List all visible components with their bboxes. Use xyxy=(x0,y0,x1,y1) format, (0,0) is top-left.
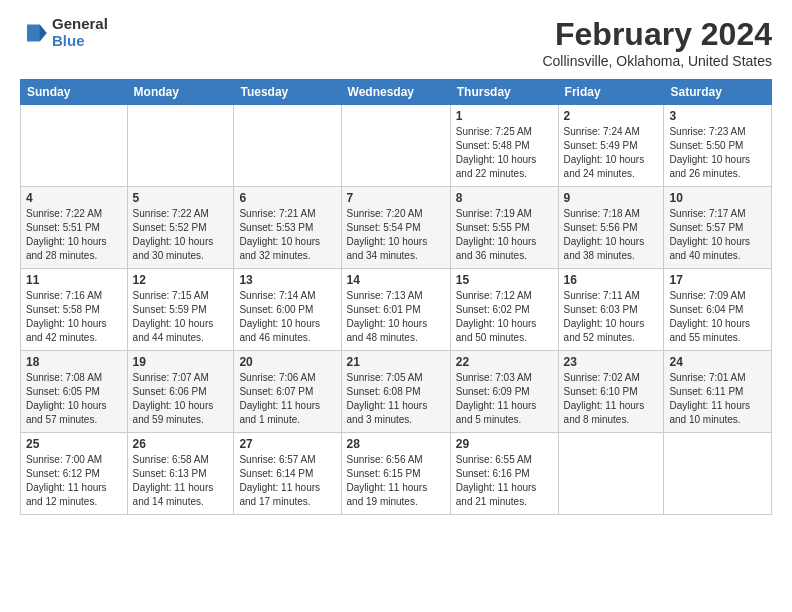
day-of-week-monday: Monday xyxy=(127,80,234,105)
calendar-cell: 14Sunrise: 7:13 AM Sunset: 6:01 PM Dayli… xyxy=(341,269,450,351)
calendar-cell: 3Sunrise: 7:23 AM Sunset: 5:50 PM Daylig… xyxy=(664,105,772,187)
calendar-cell: 2Sunrise: 7:24 AM Sunset: 5:49 PM Daylig… xyxy=(558,105,664,187)
calendar-cell: 28Sunrise: 6:56 AM Sunset: 6:15 PM Dayli… xyxy=(341,433,450,515)
day-number: 24 xyxy=(669,355,766,369)
day-info: Sunrise: 7:14 AM Sunset: 6:00 PM Dayligh… xyxy=(239,289,335,345)
day-number: 5 xyxy=(133,191,229,205)
day-number: 29 xyxy=(456,437,553,451)
day-number: 8 xyxy=(456,191,553,205)
days-of-week-row: SundayMondayTuesdayWednesdayThursdayFrid… xyxy=(21,80,772,105)
day-info: Sunrise: 7:12 AM Sunset: 6:02 PM Dayligh… xyxy=(456,289,553,345)
day-number: 7 xyxy=(347,191,445,205)
header: General Blue February 2024 Collinsville,… xyxy=(20,16,772,69)
calendar-cell xyxy=(341,105,450,187)
logo-icon xyxy=(20,19,48,47)
calendar-week-3: 18Sunrise: 7:08 AM Sunset: 6:05 PM Dayli… xyxy=(21,351,772,433)
calendar-cell xyxy=(234,105,341,187)
logo-text: General Blue xyxy=(52,16,108,49)
day-info: Sunrise: 7:23 AM Sunset: 5:50 PM Dayligh… xyxy=(669,125,766,181)
day-number: 27 xyxy=(239,437,335,451)
day-number: 9 xyxy=(564,191,659,205)
main-title: February 2024 xyxy=(542,16,772,53)
day-number: 19 xyxy=(133,355,229,369)
day-info: Sunrise: 7:22 AM Sunset: 5:52 PM Dayligh… xyxy=(133,207,229,263)
calendar-cell: 25Sunrise: 7:00 AM Sunset: 6:12 PM Dayli… xyxy=(21,433,128,515)
day-info: Sunrise: 7:18 AM Sunset: 5:56 PM Dayligh… xyxy=(564,207,659,263)
day-info: Sunrise: 7:07 AM Sunset: 6:06 PM Dayligh… xyxy=(133,371,229,427)
day-number: 21 xyxy=(347,355,445,369)
day-info: Sunrise: 7:17 AM Sunset: 5:57 PM Dayligh… xyxy=(669,207,766,263)
day-number: 20 xyxy=(239,355,335,369)
calendar-week-4: 25Sunrise: 7:00 AM Sunset: 6:12 PM Dayli… xyxy=(21,433,772,515)
day-number: 25 xyxy=(26,437,122,451)
calendar-cell: 1Sunrise: 7:25 AM Sunset: 5:48 PM Daylig… xyxy=(450,105,558,187)
calendar-cell xyxy=(664,433,772,515)
calendar-week-2: 11Sunrise: 7:16 AM Sunset: 5:58 PM Dayli… xyxy=(21,269,772,351)
calendar-cell: 9Sunrise: 7:18 AM Sunset: 5:56 PM Daylig… xyxy=(558,187,664,269)
calendar-header: SundayMondayTuesdayWednesdayThursdayFrid… xyxy=(21,80,772,105)
calendar-cell: 26Sunrise: 6:58 AM Sunset: 6:13 PM Dayli… xyxy=(127,433,234,515)
calendar-cell: 15Sunrise: 7:12 AM Sunset: 6:02 PM Dayli… xyxy=(450,269,558,351)
calendar-cell: 27Sunrise: 6:57 AM Sunset: 6:14 PM Dayli… xyxy=(234,433,341,515)
day-info: Sunrise: 7:20 AM Sunset: 5:54 PM Dayligh… xyxy=(347,207,445,263)
day-of-week-sunday: Sunday xyxy=(21,80,128,105)
day-info: Sunrise: 7:01 AM Sunset: 6:11 PM Dayligh… xyxy=(669,371,766,427)
day-info: Sunrise: 7:09 AM Sunset: 6:04 PM Dayligh… xyxy=(669,289,766,345)
calendar-cell: 12Sunrise: 7:15 AM Sunset: 5:59 PM Dayli… xyxy=(127,269,234,351)
day-of-week-tuesday: Tuesday xyxy=(234,80,341,105)
day-of-week-thursday: Thursday xyxy=(450,80,558,105)
page: General Blue February 2024 Collinsville,… xyxy=(0,0,792,612)
day-of-week-saturday: Saturday xyxy=(664,80,772,105)
day-info: Sunrise: 7:11 AM Sunset: 6:03 PM Dayligh… xyxy=(564,289,659,345)
day-info: Sunrise: 7:02 AM Sunset: 6:10 PM Dayligh… xyxy=(564,371,659,427)
calendar-cell xyxy=(21,105,128,187)
day-number: 15 xyxy=(456,273,553,287)
logo-general: General xyxy=(52,16,108,33)
day-number: 2 xyxy=(564,109,659,123)
day-number: 4 xyxy=(26,191,122,205)
calendar-cell: 18Sunrise: 7:08 AM Sunset: 6:05 PM Dayli… xyxy=(21,351,128,433)
day-number: 1 xyxy=(456,109,553,123)
day-info: Sunrise: 7:06 AM Sunset: 6:07 PM Dayligh… xyxy=(239,371,335,427)
day-number: 18 xyxy=(26,355,122,369)
calendar-cell: 21Sunrise: 7:05 AM Sunset: 6:08 PM Dayli… xyxy=(341,351,450,433)
day-info: Sunrise: 7:08 AM Sunset: 6:05 PM Dayligh… xyxy=(26,371,122,427)
calendar-cell: 22Sunrise: 7:03 AM Sunset: 6:09 PM Dayli… xyxy=(450,351,558,433)
day-number: 13 xyxy=(239,273,335,287)
day-info: Sunrise: 7:25 AM Sunset: 5:48 PM Dayligh… xyxy=(456,125,553,181)
day-info: Sunrise: 7:21 AM Sunset: 5:53 PM Dayligh… xyxy=(239,207,335,263)
calendar-cell: 29Sunrise: 6:55 AM Sunset: 6:16 PM Dayli… xyxy=(450,433,558,515)
calendar-body: 1Sunrise: 7:25 AM Sunset: 5:48 PM Daylig… xyxy=(21,105,772,515)
day-number: 14 xyxy=(347,273,445,287)
calendar-cell: 17Sunrise: 7:09 AM Sunset: 6:04 PM Dayli… xyxy=(664,269,772,351)
day-info: Sunrise: 7:05 AM Sunset: 6:08 PM Dayligh… xyxy=(347,371,445,427)
title-block: February 2024 Collinsville, Oklahoma, Un… xyxy=(542,16,772,69)
day-info: Sunrise: 7:16 AM Sunset: 5:58 PM Dayligh… xyxy=(26,289,122,345)
day-number: 3 xyxy=(669,109,766,123)
day-number: 11 xyxy=(26,273,122,287)
day-number: 28 xyxy=(347,437,445,451)
calendar-cell: 4Sunrise: 7:22 AM Sunset: 5:51 PM Daylig… xyxy=(21,187,128,269)
day-number: 22 xyxy=(456,355,553,369)
calendar-cell: 6Sunrise: 7:21 AM Sunset: 5:53 PM Daylig… xyxy=(234,187,341,269)
day-of-week-wednesday: Wednesday xyxy=(341,80,450,105)
calendar-cell xyxy=(127,105,234,187)
day-number: 16 xyxy=(564,273,659,287)
day-number: 26 xyxy=(133,437,229,451)
day-info: Sunrise: 7:00 AM Sunset: 6:12 PM Dayligh… xyxy=(26,453,122,509)
day-info: Sunrise: 6:55 AM Sunset: 6:16 PM Dayligh… xyxy=(456,453,553,509)
day-info: Sunrise: 6:56 AM Sunset: 6:15 PM Dayligh… xyxy=(347,453,445,509)
day-info: Sunrise: 7:15 AM Sunset: 5:59 PM Dayligh… xyxy=(133,289,229,345)
day-info: Sunrise: 7:24 AM Sunset: 5:49 PM Dayligh… xyxy=(564,125,659,181)
subtitle: Collinsville, Oklahoma, United States xyxy=(542,53,772,69)
calendar-cell: 11Sunrise: 7:16 AM Sunset: 5:58 PM Dayli… xyxy=(21,269,128,351)
calendar-cell: 23Sunrise: 7:02 AM Sunset: 6:10 PM Dayli… xyxy=(558,351,664,433)
day-number: 10 xyxy=(669,191,766,205)
calendar-cell: 24Sunrise: 7:01 AM Sunset: 6:11 PM Dayli… xyxy=(664,351,772,433)
day-number: 12 xyxy=(133,273,229,287)
calendar-cell: 19Sunrise: 7:07 AM Sunset: 6:06 PM Dayli… xyxy=(127,351,234,433)
calendar-cell xyxy=(558,433,664,515)
calendar-cell: 8Sunrise: 7:19 AM Sunset: 5:55 PM Daylig… xyxy=(450,187,558,269)
day-number: 23 xyxy=(564,355,659,369)
calendar-table: SundayMondayTuesdayWednesdayThursdayFrid… xyxy=(20,79,772,515)
